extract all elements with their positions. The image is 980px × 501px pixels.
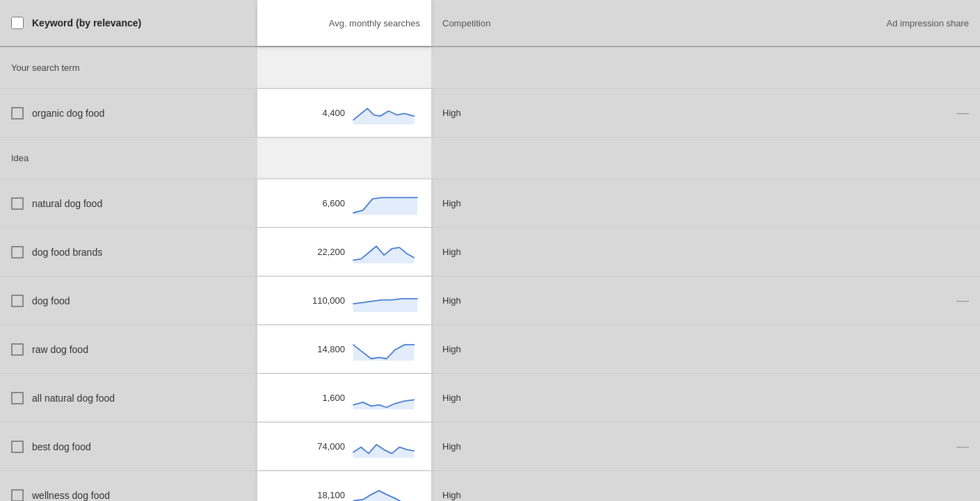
- sparkline: [351, 190, 420, 217]
- section-avg-blank: [257, 138, 431, 179]
- row-checkbox[interactable]: [11, 197, 24, 210]
- avg-value: 14,800: [307, 344, 345, 354]
- avg-column-header: Avg. monthly searches: [257, 0, 431, 46]
- avg-value: 74,000: [307, 441, 345, 452]
- row-avg-col: 110,000: [257, 277, 431, 325]
- row-competition-col: High: [431, 198, 633, 208]
- row-ad-col: —: [633, 439, 980, 454]
- table-row: dog food 110,000 High —: [0, 277, 980, 325]
- keyword-label: best dog food: [32, 441, 91, 452]
- row-keyword-col: natural dog food: [0, 197, 257, 210]
- avg-value: 6,600: [307, 198, 345, 208]
- keyword-label: wellness dog food: [32, 490, 110, 501]
- row-competition-col: High: [431, 490, 633, 500]
- sparkline: [351, 482, 420, 502]
- table-row: dog food brands 22,200 High: [0, 228, 980, 277]
- ad-column-header: Ad impression share: [633, 18, 980, 28]
- keyword-column-header: Keyword (by relevance): [0, 17, 257, 29]
- keyword-label: all natural dog food: [32, 393, 115, 404]
- table-row: raw dog food 14,800 High: [0, 325, 980, 374]
- section-label-row: Your search term: [0, 47, 980, 89]
- avg-value: 18,100: [307, 490, 345, 500]
- table-row: wellness dog food 18,100 High: [0, 471, 980, 501]
- row-keyword-col: wellness dog food: [0, 489, 257, 502]
- keyword-label: raw dog food: [32, 344, 88, 355]
- sparkline: [351, 99, 420, 127]
- row-keyword-col: raw dog food: [0, 343, 257, 356]
- row-competition-col: High: [431, 393, 633, 403]
- section-avg-blank: [257, 47, 431, 88]
- table-row: natural dog food 6,600 High: [0, 179, 980, 228]
- row-checkbox[interactable]: [11, 392, 24, 404]
- sparkline: [351, 238, 420, 266]
- sparkline: [351, 384, 420, 412]
- row-avg-col: 18,100: [257, 471, 431, 501]
- row-keyword-col: all natural dog food: [0, 392, 257, 404]
- keyword-table: Keyword (by relevance) Avg. monthly sear…: [0, 0, 980, 501]
- row-checkbox[interactable]: [11, 107, 24, 120]
- row-avg-col: 1,600: [257, 374, 431, 422]
- avg-value: 110,000: [307, 295, 345, 306]
- competition-column-header: Competition: [431, 18, 633, 28]
- table-row: all natural dog food 1,600 High: [0, 374, 980, 422]
- section-label: Idea: [0, 153, 257, 163]
- avg-col-label: Avg. monthly searches: [329, 18, 420, 28]
- sparkline: [351, 287, 420, 315]
- row-checkbox[interactable]: [11, 246, 24, 258]
- section-label-row: Idea: [0, 138, 980, 179]
- row-avg-col: 74,000: [257, 422, 431, 470]
- row-checkbox[interactable]: [11, 441, 24, 453]
- row-avg-col: 6,600: [257, 179, 431, 227]
- table-row: organic dog food 4,400 High —: [0, 89, 980, 138]
- row-avg-col: 4,400: [257, 89, 431, 137]
- sparkline: [351, 433, 420, 461]
- row-competition-col: High: [431, 295, 633, 306]
- row-competition-col: High: [431, 247, 633, 257]
- row-keyword-col: dog food: [0, 295, 257, 307]
- avg-value: 1,600: [307, 393, 345, 403]
- select-all-checkbox[interactable]: [11, 17, 24, 29]
- keyword-col-label: Keyword (by relevance): [32, 17, 141, 28]
- table-header: Keyword (by relevance) Avg. monthly sear…: [0, 0, 980, 47]
- keyword-label: natural dog food: [32, 198, 102, 209]
- competition-col-label: Competition: [442, 18, 490, 28]
- row-checkbox[interactable]: [11, 295, 24, 307]
- row-ad-col: —: [633, 293, 980, 308]
- table-row: best dog food 74,000 High —: [0, 422, 980, 471]
- row-competition-col: High: [431, 441, 633, 452]
- row-keyword-col: dog food brands: [0, 246, 257, 258]
- row-competition-col: High: [431, 344, 633, 354]
- row-checkbox[interactable]: [11, 343, 24, 356]
- sparkline: [351, 336, 420, 363]
- row-checkbox[interactable]: [11, 489, 24, 502]
- row-competition-col: High: [431, 108, 633, 118]
- avg-value: 4,400: [307, 108, 345, 118]
- row-avg-col: 14,800: [257, 325, 431, 373]
- row-keyword-col: best dog food: [0, 441, 257, 453]
- row-keyword-col: organic dog food: [0, 107, 257, 120]
- row-ad-col: —: [633, 106, 980, 120]
- section-label: Your search term: [0, 63, 257, 73]
- table-body: Your search term organic dog food 4,400 …: [0, 47, 980, 501]
- ad-col-label: Ad impression share: [887, 18, 970, 28]
- keyword-label: organic dog food: [32, 108, 104, 119]
- row-avg-col: 22,200: [257, 228, 431, 276]
- avg-value: 22,200: [307, 247, 345, 257]
- keyword-label: dog food brands: [32, 247, 102, 258]
- keyword-label: dog food: [32, 295, 70, 306]
